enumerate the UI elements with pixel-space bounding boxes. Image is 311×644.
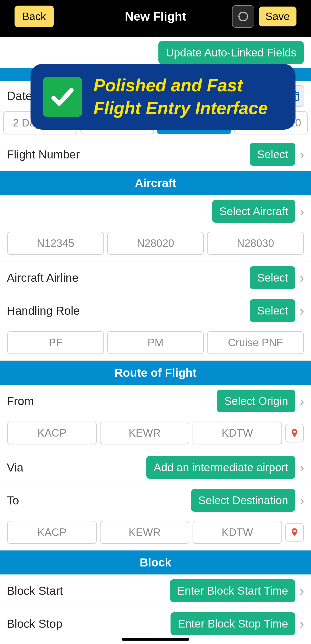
block-stop-row[interactable]: Block Stop Enter Block Stop Time ›	[0, 608, 311, 640]
check-icon	[49, 84, 76, 110]
banner-check-badge	[43, 77, 82, 117]
block-section-header: Block	[0, 550, 311, 574]
chevron-right-icon: ›	[300, 146, 304, 162]
back-button[interactable]: Back	[14, 6, 54, 28]
from-chip-2[interactable]: KDTW	[192, 422, 282, 444]
to-label: To	[7, 494, 19, 507]
aircraft-airline-row[interactable]: Aircraft Airline Select ›	[0, 262, 311, 294]
role-chip-cruise[interactable]: Cruise PNF	[207, 331, 304, 354]
handling-role-label: Handling Role	[7, 304, 80, 318]
aircraft-airline-label: Aircraft Airline	[7, 271, 78, 284]
chevron-right-icon: ›	[300, 204, 304, 219]
chevron-right-icon: ›	[300, 460, 304, 475]
to-chip-0[interactable]: KACP	[7, 521, 97, 544]
via-label: Via	[7, 461, 24, 474]
header-actions: Save	[232, 5, 296, 28]
date-label: Date	[7, 89, 32, 103]
handling-role-row[interactable]: Handling Role Select ›	[0, 294, 311, 327]
top-action-row: Update Auto-Linked Fields	[0, 37, 311, 68]
aircraft-chips: N12345 N28020 N28030	[0, 228, 311, 262]
chevron-right-icon: ›	[300, 393, 304, 409]
banner-text: Polished and Fast Flight Entry Interface	[94, 74, 268, 120]
chevron-right-icon: ›	[300, 616, 304, 632]
aircraft-chip-2[interactable]: N28030	[207, 232, 304, 255]
from-chips: KACP KEWR KDTW	[0, 417, 311, 451]
flight-number-row[interactable]: Flight Number Select ›	[0, 138, 311, 171]
block-start-row[interactable]: Block Start Enter Block Start Time ›	[0, 574, 311, 608]
to-chip-2[interactable]: KDTW	[192, 521, 282, 544]
promo-banner: Polished and Fast Flight Entry Interface	[30, 64, 296, 130]
chevron-right-icon: ›	[300, 492, 304, 508]
banner-line1: Polished and Fast	[94, 74, 268, 97]
save-button[interactable]: Save	[259, 6, 296, 26]
block-stop-button[interactable]: Enter Block Stop Time	[170, 612, 295, 635]
to-chips: KACP KEWR KDTW	[0, 516, 311, 550]
aircraft-chip-0[interactable]: N12345	[7, 232, 104, 255]
home-indicator	[122, 638, 190, 640]
aircraft-chip-1[interactable]: N28020	[107, 232, 204, 255]
from-label: From	[7, 394, 34, 408]
from-row[interactable]: From Select Origin ›	[0, 385, 311, 417]
map-pin-icon	[290, 428, 299, 438]
block-start-button[interactable]: Enter Block Start Time	[170, 579, 296, 602]
theme-toggle-button[interactable]	[232, 5, 254, 28]
update-autolinked-button[interactable]: Update Auto-Linked Fields	[158, 41, 304, 64]
aircraft-section-header: Aircraft	[0, 171, 311, 195]
block-start-label: Block Start	[7, 584, 63, 598]
to-location-button[interactable]	[285, 523, 304, 542]
from-chip-1[interactable]: KEWR	[100, 422, 190, 444]
select-aircraft-button[interactable]: Select Aircraft	[212, 200, 296, 223]
select-aircraft-row[interactable]: Select Aircraft ›	[0, 195, 311, 228]
chevron-right-icon: ›	[300, 303, 304, 318]
from-location-button[interactable]	[285, 424, 304, 442]
to-chip-1[interactable]: KEWR	[100, 521, 190, 544]
via-row[interactable]: Via Add an intermediate airport ›	[0, 451, 311, 484]
from-chip-0[interactable]: KACP	[7, 422, 97, 444]
flight-number-label: Flight Number	[7, 148, 80, 161]
app-header: Back New Flight Save	[0, 0, 311, 37]
aircraft-airline-select[interactable]: Select	[250, 266, 295, 289]
page-title: New Flight	[125, 10, 186, 24]
to-row[interactable]: To Select Destination ›	[0, 484, 311, 516]
compass-icon	[237, 11, 249, 22]
handling-role-chips: PF PM Cruise PNF	[0, 327, 311, 361]
add-intermediate-button[interactable]: Add an intermediate airport	[146, 456, 295, 479]
select-destination-button[interactable]: Select Destination	[191, 489, 296, 512]
route-section-header: Route of Flight	[0, 361, 311, 385]
role-chip-pm[interactable]: PM	[107, 331, 204, 354]
handling-role-select[interactable]: Select	[250, 299, 295, 322]
map-pin-icon	[290, 528, 299, 537]
select-origin-button[interactable]: Select Origin	[217, 390, 295, 412]
banner-line2: Flight Entry Interface	[94, 97, 268, 120]
chevron-right-icon: ›	[300, 583, 304, 599]
block-stop-label: Block Stop	[7, 617, 62, 630]
flight-number-select[interactable]: Select	[250, 143, 295, 166]
chevron-right-icon: ›	[300, 270, 304, 286]
role-chip-pf[interactable]: PF	[7, 331, 104, 354]
